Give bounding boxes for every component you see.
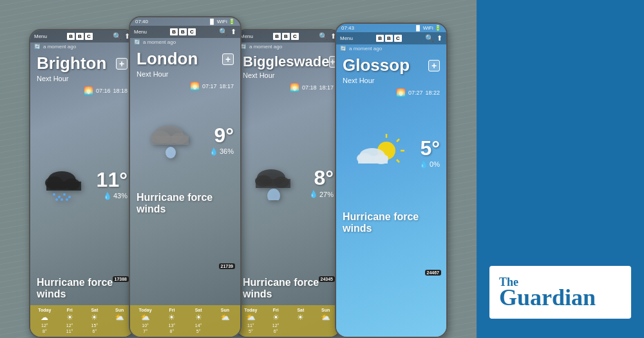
share-icon-4[interactable]: ⬆ xyxy=(437,34,442,42)
menu-label-2[interactable]: Menu xyxy=(134,29,147,35)
bbc-header-london: Menu B B C 🔍 ⬆ xyxy=(130,26,240,38)
add-city-button-brighton[interactable]: + xyxy=(116,58,128,70)
rain-chance-london: 💧 36% xyxy=(209,147,234,156)
temperature-london: 9° xyxy=(209,124,234,147)
sunrise-icon-2: 🌅 xyxy=(190,82,200,91)
next-hour-biggleswade: Next Hour xyxy=(236,71,340,82)
rain-chance-brighton: 💧 43% xyxy=(97,192,128,200)
update-time: a moment ago xyxy=(43,44,76,50)
temp-area-london: 9° 💧 36% xyxy=(209,124,234,156)
phone-screen-glossop: 07:43 ▐▌ WiFi 🔋 Menu B B C 🔍 ⬆ 🔄 a momen… xyxy=(336,24,446,337)
svg-point-20 xyxy=(267,189,280,200)
svg-point-9 xyxy=(61,198,63,201)
next-hour-brighton: Next Hour xyxy=(30,75,134,85)
svg-point-5 xyxy=(58,196,61,198)
search-icon-2[interactable]: 🔍 xyxy=(219,28,228,36)
search-icon[interactable]: 🔍 xyxy=(113,32,122,41)
phone-screen-biggleswade: Menu B B C 🔍 ⬆ 🔄 a moment ago Biggleswad… xyxy=(236,30,340,337)
svg-rect-3 xyxy=(46,182,81,191)
menu-label-3[interactable]: Menu xyxy=(240,33,253,39)
sunrise-icon-3: 🌅 xyxy=(290,83,299,92)
add-city-button-london[interactable]: + xyxy=(222,53,234,65)
guardian-area: The Guardian xyxy=(477,0,644,338)
svg-line-23 xyxy=(397,139,399,142)
phone-screen-brighton: Menu B B C 🔍 ⬆ 🔄 a moment ago Brighton xyxy=(30,30,134,337)
city-name-glossop: Glossop xyxy=(343,55,410,75)
header-icons: 🔍 ⬆ xyxy=(113,32,130,41)
forecast-fri-biggleswade: Fri ☀ 12°6° xyxy=(264,308,288,334)
rain-chance-glossop: 💧 0% xyxy=(419,160,440,169)
search-icon-4[interactable]: 🔍 xyxy=(425,34,434,42)
badge-glossop: 24467 xyxy=(425,270,441,276)
update-bar-3: 🔄 a moment ago xyxy=(236,42,340,51)
svg-rect-29 xyxy=(358,156,388,164)
bbc-logo-3: B B C xyxy=(273,33,298,40)
svg-line-25 xyxy=(397,160,399,162)
next-hour-london: Next Hour xyxy=(130,70,240,80)
bbc-logo-2: B B C xyxy=(170,28,195,35)
signal-icons-glossop: ▐▌ WiFi 🔋 xyxy=(414,25,441,31)
forecast-bar-biggleswade: Today ⛅ 11°5° Fri ☀ 12°6° Sat ☀ Sun ⛅ xyxy=(236,305,340,337)
status-bar-glossop: 07:43 ▐▌ WiFi 🔋 xyxy=(336,24,446,32)
temperature-brighton: 11° xyxy=(97,168,128,192)
menu-label-4[interactable]: Menu xyxy=(340,35,353,41)
forecast-sat: Sat ☀ 15°6° xyxy=(83,308,107,334)
share-icon-2[interactable]: ⬆ xyxy=(231,28,236,36)
sun-bar-biggleswade: 🌅 07:18 18:17 xyxy=(236,82,340,93)
rain-pct-2: 36% xyxy=(220,147,234,155)
forecast-today-biggleswade: Today ⛅ 11°5° xyxy=(239,308,263,334)
weather-main-glossop: 5° 💧 0% xyxy=(336,99,446,206)
svg-point-8 xyxy=(55,198,58,201)
temp-area-glossop: 5° 💧 0% xyxy=(419,136,440,169)
forecast-fri: Fri ☀ 12°11° xyxy=(58,308,82,334)
bbc-logo: B B C xyxy=(67,33,92,40)
temp-area-biggleswade: 8° 💧 27% xyxy=(309,166,334,198)
forecast-sun-london: Sun ⛅ xyxy=(213,308,238,334)
phone-brighton: Menu B B C 🔍 ⬆ 🔄 a moment ago Brighton xyxy=(29,29,135,338)
add-city-button-glossop[interactable]: + xyxy=(428,60,440,71)
sun-bar-brighton: 🌅 07:16 18:18 xyxy=(30,85,134,97)
bbc-header-glossop: Menu B B C 🔍 ⬆ xyxy=(336,32,446,44)
update-bar: 🔄 a moment ago xyxy=(30,42,134,51)
temperature-glossop: 5° xyxy=(419,136,440,160)
rain-icon-2: 💧 xyxy=(209,147,218,156)
city-header-brighton: Brighton + xyxy=(30,51,134,75)
svg-rect-14 xyxy=(151,136,189,145)
sunset-time-4: 18:22 xyxy=(425,89,440,96)
guardian-name: Guardian xyxy=(499,286,621,309)
update-time-3: a moment ago xyxy=(249,44,282,50)
city-header-london: London + xyxy=(130,46,240,70)
update-time-2: a moment ago xyxy=(143,39,176,45)
badge-biggleswade: 24345 xyxy=(319,276,335,282)
sunrise-time: 07:16 xyxy=(96,88,111,94)
time-display-glossop: 07:43 xyxy=(341,25,354,31)
badge-london: 21739 xyxy=(219,263,235,269)
svg-point-6 xyxy=(63,193,66,196)
guardian-logo-box: The Guardian xyxy=(489,266,631,319)
rain-icon-4: 💧 xyxy=(419,160,428,169)
sunrise-time-3: 07:18 xyxy=(302,84,317,91)
forecast-today-london: Today ⛅ 10°7° xyxy=(133,308,158,334)
city-name-london: London xyxy=(137,49,198,69)
phone-screen-london: 07:40 ▐▌ WiFi 🔋 Menu B B C 🔍 ⬆ 🔄 a momen… xyxy=(130,17,240,337)
update-bar-4: 🔄 a moment ago xyxy=(336,44,446,53)
sunrise-time-4: 07:27 xyxy=(408,89,423,96)
svg-point-15 xyxy=(166,147,176,158)
wind-text-london: Hurricane force winds xyxy=(130,187,240,220)
time-display: 07:40 xyxy=(135,19,148,24)
sunrise-icon-4: 🌅 xyxy=(396,88,406,97)
weather-main-biggleswade: 8° 💧 27% xyxy=(236,93,340,272)
bbc-logo-4: B B C xyxy=(376,35,401,42)
menu-label[interactable]: Menu xyxy=(34,33,47,39)
sunrise-time-2: 07:17 xyxy=(202,83,217,89)
weather-icon-glossop xyxy=(343,131,414,173)
bbc-header-brighton: Menu B B C 🔍 ⬆ xyxy=(30,30,134,42)
sun-bar-london: 🌅 07:17 18:17 xyxy=(130,80,240,92)
rain-pct-3: 27% xyxy=(319,191,334,198)
phone-glossop: 07:43 ▐▌ WiFi 🔋 Menu B B C 🔍 ⬆ 🔄 a momen… xyxy=(335,23,448,338)
rain-icon-3: 💧 xyxy=(309,190,318,198)
forecast-sun: Sun ⛅ xyxy=(108,308,131,334)
header-icons-2: 🔍 ⬆ xyxy=(219,28,236,36)
search-icon-3[interactable]: 🔍 xyxy=(319,32,328,41)
weather-main-london: 9° 💧 36% xyxy=(130,92,240,187)
